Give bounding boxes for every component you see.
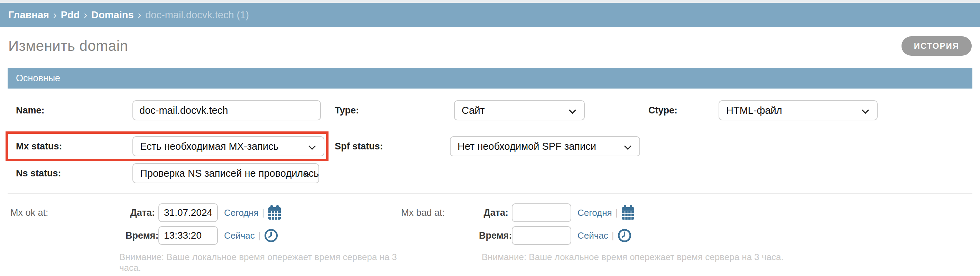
breadcrumb-separator: › xyxy=(53,10,57,21)
type-label: Type: xyxy=(335,105,454,116)
link-separator: | xyxy=(616,207,618,218)
spf-status-select-value: Нет необходимой SPF записи xyxy=(458,141,596,152)
chevron-down-icon xyxy=(309,142,316,150)
page-header: Изменить domain ИСТОРИЯ xyxy=(8,35,972,57)
section-header: Основные xyxy=(8,68,972,89)
breadcrumb-domains-link[interactable]: Domains xyxy=(91,10,134,21)
mx-ok-timezone-warning: Внимание: Ваше локальное время опережает… xyxy=(119,252,401,273)
mx-bad-today-link[interactable]: Сегодня xyxy=(578,207,612,218)
spf-status-select[interactable]: Нет необходимой SPF записи xyxy=(450,136,640,156)
mx-ok-today-link[interactable]: Сегодня xyxy=(224,207,259,218)
type-select-value: Сайт xyxy=(461,105,485,116)
mx-bad-at-group: Mx bad at: Дата: Сегодня | xyxy=(401,203,784,273)
breadcrumb: Главная › Pdd › Domains › doc-mail.docvk… xyxy=(0,3,980,27)
mx-bad-time-line: Время: Сейчас | xyxy=(401,226,784,245)
form-row-ns-status: Ns status: Проверка NS записей не провод… xyxy=(8,163,972,183)
form-body: Name: Type: Сайт Ctype: HTML-файл xyxy=(8,89,972,273)
name-input[interactable] xyxy=(132,100,321,120)
mx-status-highlight-box: Mx status: Есть необходимая MX-запись xyxy=(6,131,329,161)
ctype-select-value: HTML-файл xyxy=(726,105,782,116)
calendar-icon[interactable] xyxy=(268,205,282,220)
clock-icon[interactable] xyxy=(617,229,632,242)
mx-ok-date-input[interactable] xyxy=(158,203,218,222)
date-label: Дата: xyxy=(126,207,155,218)
date-label: Дата: xyxy=(479,207,508,218)
mx-status-select[interactable]: Есть необходимая MX-запись xyxy=(132,136,325,156)
breadcrumb-current: doc-mail.docvk.tech (1) xyxy=(145,10,249,21)
datetime-section: Mx ok at: Дата: Сегодня | xyxy=(8,194,972,273)
time-label: Время: xyxy=(126,230,155,241)
breadcrumb-separator: › xyxy=(84,10,87,21)
mx-bad-now-link[interactable]: Сейчас xyxy=(578,230,608,241)
section-title: Основные xyxy=(16,73,60,84)
main-fieldset: Основные Name: Type: Сайт Ctype: HTML-фа… xyxy=(8,68,972,273)
form-row-name-type-ctype: Name: Type: Сайт Ctype: HTML-файл xyxy=(8,100,972,120)
chevron-down-icon xyxy=(624,142,632,150)
breadcrumb-pdd-link[interactable]: Pdd xyxy=(61,10,80,21)
chevron-down-icon xyxy=(862,107,869,114)
chevron-down-icon xyxy=(569,107,576,114)
mx-bad-time-input[interactable] xyxy=(512,226,571,245)
form-row-mx-spf-status: Mx status: Есть необходимая MX-запись Sp… xyxy=(8,131,972,161)
mx-ok-time-input[interactable] xyxy=(158,226,218,245)
window-top-strip xyxy=(0,0,980,3)
mx-ok-at-group: Mx ok at: Дата: Сегодня | xyxy=(8,203,401,273)
clock-icon[interactable] xyxy=(264,229,278,242)
ns-status-select-value: Проверка NS записей не проводилась xyxy=(140,168,319,179)
time-label: Время: xyxy=(479,230,508,241)
calendar-icon[interactable] xyxy=(621,205,635,220)
mx-status-label: Mx status: xyxy=(8,141,132,152)
history-button[interactable]: ИСТОРИЯ xyxy=(902,36,972,56)
page-title: Изменить domain xyxy=(8,38,128,54)
type-select[interactable]: Сайт xyxy=(454,100,585,120)
mx-bad-at-label: Mx bad at: xyxy=(401,207,479,218)
mx-status-select-value: Есть необходимая MX-запись xyxy=(140,141,279,152)
link-separator: | xyxy=(258,230,261,241)
mx-ok-time-line: Время: Сейчас | xyxy=(8,226,401,245)
breadcrumb-separator: › xyxy=(138,10,142,21)
ns-status-label: Ns status: xyxy=(8,168,132,179)
mx-bad-timezone-warning: Внимание: Ваше локальное время опережает… xyxy=(482,252,784,263)
mx-ok-date-line: Mx ok at: Дата: Сегодня | xyxy=(8,203,401,222)
mx-bad-date-input[interactable] xyxy=(512,203,571,222)
breadcrumb-home-link[interactable]: Главная xyxy=(8,10,49,21)
spf-status-label: Spf status: xyxy=(335,141,450,152)
mx-ok-now-link[interactable]: Сейчас xyxy=(224,230,255,241)
link-separator: | xyxy=(612,230,614,241)
mx-bad-date-line: Mx bad at: Дата: Сегодня | xyxy=(401,203,784,222)
ctype-label: Ctype: xyxy=(648,105,719,116)
ctype-select[interactable]: HTML-файл xyxy=(719,100,878,120)
mx-ok-at-label: Mx ok at: xyxy=(8,207,126,218)
ns-status-select[interactable]: Проверка NS записей не проводилась xyxy=(132,163,319,183)
name-label: Name: xyxy=(8,105,132,116)
link-separator: | xyxy=(262,207,264,218)
